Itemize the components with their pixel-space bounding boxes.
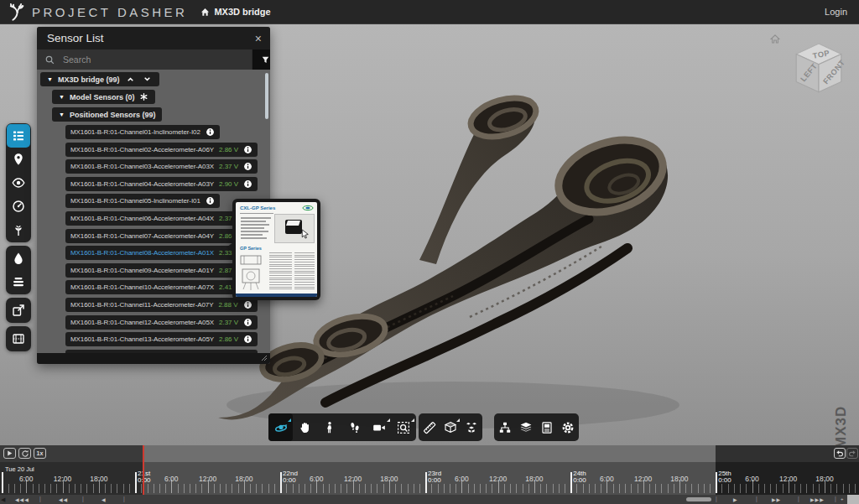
tool-zoom-region-button[interactable]	[392, 413, 416, 441]
time-label: 18:00	[670, 475, 688, 483]
nav-forward-button[interactable]: ▶	[733, 496, 738, 502]
tool-orbit-button[interactable]	[268, 413, 293, 441]
sensor-info-button[interactable]	[243, 318, 252, 327]
panel-scrollbar[interactable]	[265, 73, 268, 119]
tool-walk-person-button[interactable]	[318, 413, 342, 441]
tool-pan-hand-button[interactable]	[293, 413, 317, 441]
time-label: 6:00	[455, 475, 469, 483]
nav-forward-button[interactable]: +	[841, 496, 845, 501]
expand-triangle-icon[interactable]: ▼	[59, 112, 65, 117]
home-icon	[200, 8, 210, 17]
nav-forward-button[interactable]: ▶▶▶	[810, 496, 825, 502]
left-tool-levels-button[interactable]	[7, 270, 30, 294]
chevron-up-icon[interactable]	[124, 75, 136, 83]
nav-back-button[interactable]: ◀◀◀	[15, 496, 29, 502]
close-icon[interactable]: ×	[255, 33, 262, 44]
sensor-row[interactable]: MX1601-B-R:01-Channel12-Accelerometer-A0…	[65, 315, 258, 330]
info-icon	[243, 318, 252, 327]
speed-button[interactable]: 1x	[34, 448, 46, 459]
tool-camera-button[interactable]	[367, 413, 391, 441]
tool-measure-button[interactable]	[419, 413, 440, 441]
tool-section-box-button[interactable]	[440, 413, 461, 441]
time-label: 6:00	[745, 475, 759, 483]
sensor-row[interactable]: MX1601-B-R:01-Channel13-Accelerometer-A0…	[65, 332, 258, 346]
day-label: 22nd0:00	[283, 470, 298, 485]
sensor-row[interactable]: MX1601-B-R:01-Channel02-Accelerometer-A0…	[65, 143, 258, 157]
sensor-info-button[interactable]	[243, 145, 252, 154]
expand-triangle-icon[interactable]: ▼	[47, 76, 53, 82]
sensor-row[interactable]: MX1601-B-R:01-Channel01-Inclinometer-I02	[65, 125, 220, 139]
left-tool-location-pin-button[interactable]	[7, 148, 30, 171]
left-tool-sensor-list-button[interactable]	[7, 124, 30, 148]
tree-group-model-sensors[interactable]: ▼ Model Sensors (0)	[52, 90, 155, 104]
datasheet-text-column	[294, 252, 315, 291]
panel-header[interactable]: Sensor List ×	[37, 27, 270, 49]
sensor-info-button[interactable]	[243, 179, 252, 189]
funnel-icon	[261, 55, 270, 65]
timeline-resize-corner[interactable]	[847, 495, 859, 504]
play-button[interactable]	[3, 448, 16, 459]
playhead[interactable]	[143, 445, 144, 495]
nav-back-button[interactable]: ◀◀	[59, 496, 68, 502]
sensor-datasheet-popup: CXL-GP Series GP Series	[232, 199, 320, 300]
viewcube-cube[interactable]: TOP LEFT FRONT	[793, 42, 845, 97]
chevron-down-icon[interactable]	[141, 75, 153, 83]
search-icon	[44, 55, 55, 65]
timeline-ruler[interactable]: Tue 20 Jul 6:0012:0018:0021st0:006:0012:…	[0, 462, 859, 495]
viewcube-home-icon[interactable]	[769, 34, 781, 44]
nav-forward-button[interactable]: ▶▶	[772, 496, 781, 502]
tool-layers-button[interactable]	[515, 413, 536, 441]
sensor-row[interactable]: MX1601-B-R:01-Channel11-Accelerometer-A0…	[65, 298, 258, 312]
play-icon	[6, 449, 13, 457]
resize-handle-icon[interactable]	[261, 355, 268, 361]
tool-footsteps-button[interactable]	[342, 413, 367, 441]
sensor-info-button[interactable]	[206, 127, 215, 137]
sensor-row[interactable]: MX1601-B-R:01-Channel10-Accelerometer-A0…	[65, 280, 258, 294]
location-pin-icon	[12, 153, 25, 166]
loop-button[interactable]	[18, 448, 31, 459]
tool-explode-button[interactable]	[461, 413, 482, 441]
tree-group-label: Positioned Sensors (99)	[70, 111, 156, 119]
breadcrumb[interactable]: MX3D bridge	[200, 7, 270, 17]
info-icon	[243, 335, 252, 344]
sensor-name: MX1601-B-R:01-Channel13-Accelerometer-A0…	[70, 335, 214, 343]
tool-properties-button[interactable]	[537, 413, 558, 441]
sensor-name: MX1601-B-R:01-Channel02-Accelerometer-A0…	[70, 146, 214, 153]
nav-back-button[interactable]: ◀	[102, 496, 107, 502]
filter-funnel-button[interactable]	[252, 49, 270, 70]
film-icon	[12, 332, 25, 346]
login-button[interactable]: Login	[825, 7, 847, 17]
left-tool-plant-button[interactable]	[7, 218, 30, 242]
redo-button[interactable]	[846, 448, 858, 459]
tool-model-tree-button[interactable]	[494, 413, 515, 441]
left-tool-gauge-button[interactable]	[7, 195, 30, 218]
project-dasher-app: TOP LEFT FRONT MX3D PROJECT DASHER	[0, 0, 859, 504]
expand-triangle-icon[interactable]: ▼	[59, 94, 65, 100]
left-tool-film-button[interactable]	[7, 327, 30, 351]
tool-settings-gear-button[interactable]	[558, 413, 579, 441]
asterisk-icon[interactable]	[139, 92, 148, 101]
left-tool-droplet-button[interactable]	[7, 247, 30, 270]
sensor-row[interactable]: MX1601-B-R:01-Channel05-Inclinometer-I01	[65, 194, 220, 208]
nav-separator: |	[835, 496, 836, 501]
sensor-voltage: 2.37 V	[219, 163, 238, 170]
left-tool-export-button[interactable]	[7, 299, 30, 322]
undo-button[interactable]	[834, 448, 846, 459]
left-tool-eye-button[interactable]	[7, 171, 30, 195]
export-icon	[12, 304, 25, 317]
sensor-row[interactable]: MX1601-B-R:01-Channel07-Accelerometer-A0…	[65, 229, 258, 243]
sensor-info-button[interactable]	[243, 162, 252, 171]
sensor-info-button[interactable]	[243, 300, 252, 309]
tree-group-positioned-sensors[interactable]: ▼ Positioned Sensors (99)	[52, 107, 162, 122]
sensor-row[interactable]: MX1601-B-R:01-Channel04-Accelerometer-A0…	[65, 177, 258, 191]
nav-corner-arrow[interactable]: ◀	[1, 496, 5, 503]
sensor-row[interactable]: MX1601-B-R:01-Channel03-Accelerometer-A0…	[65, 159, 258, 174]
sensor-info-button[interactable]	[243, 335, 252, 344]
search-input[interactable]	[61, 54, 252, 65]
sensor-row[interactable]: MX1601-B-R:01-Channel06-Accelerometer-A0…	[65, 211, 258, 226]
sensor-info-button[interactable]	[206, 196, 215, 205]
tree-root-mx3d-bridge[interactable]: ▼ MX3D bridge (99)	[40, 72, 159, 86]
sensor-name: MX1601-B-R:01-Channel10-Accelerometer-A0…	[70, 283, 214, 291]
sensor-row[interactable]: MX1601-B-R:01-Channel09-Accelerometer-A0…	[65, 263, 258, 278]
timeline-scrollbar-thumb[interactable]	[686, 497, 711, 501]
